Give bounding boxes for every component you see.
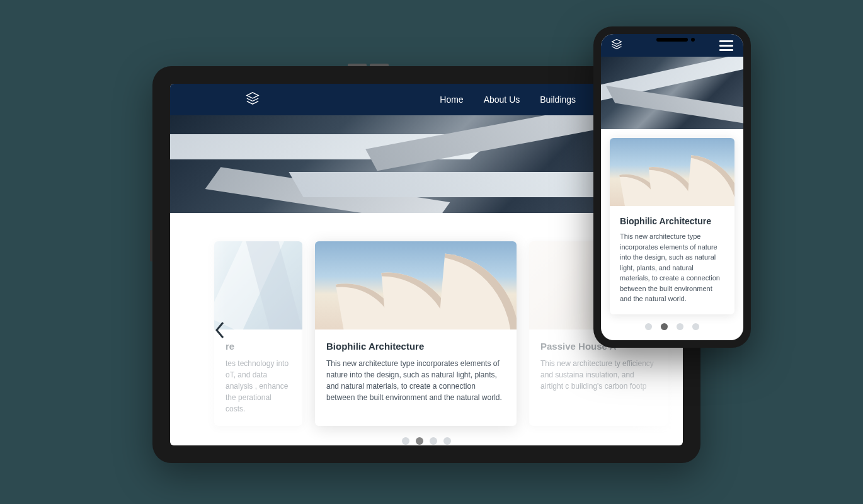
phone-hero-image: [601, 57, 743, 129]
carousel-pagination: [170, 437, 683, 445]
nav-home[interactable]: Home: [440, 94, 463, 105]
carousel-prev-button[interactable]: [214, 320, 227, 343]
svg-marker-1: [612, 40, 622, 45]
carousel-dot-1[interactable]: [645, 323, 652, 330]
hamburger-menu-icon[interactable]: [719, 40, 733, 51]
tablet-top-button-1: [348, 64, 367, 66]
carousel-dot-3[interactable]: [430, 437, 437, 445]
card-title: Biophilic Architecture: [620, 216, 724, 226]
carousel-dot-3[interactable]: [677, 323, 683, 330]
carousel-card-prev[interactable]: re tes technology into oT, and data anal…: [214, 241, 302, 426]
carousel-dot-2[interactable]: [416, 437, 423, 445]
nav-about[interactable]: About Us: [484, 94, 520, 105]
phone-device: Biophilic Architecture This new architec…: [593, 26, 751, 348]
carousel-card-active[interactable]: Biophilic Architecture This new architec…: [315, 241, 517, 426]
phone-carousel-pagination: [610, 323, 734, 330]
carousel-dot-1[interactable]: [402, 437, 409, 445]
tablet-nav-links: Home About Us Buildings Co: [440, 94, 607, 105]
phone-screen: Biophilic Architecture This new architec…: [601, 34, 743, 340]
card-description: This new architecture ty efficiency and …: [540, 358, 656, 392]
phone-carousel: Biophilic Architecture This new architec…: [601, 129, 743, 339]
carousel-dot-2[interactable]: [661, 323, 668, 330]
card-title: Biophilic Architecture: [326, 341, 505, 352]
phone-speaker: [656, 38, 688, 42]
tablet-side-button: [150, 230, 152, 261]
card-description: This new architecture type incorporates …: [326, 358, 505, 403]
card-title: re: [226, 341, 291, 352]
carousel-dot-4[interactable]: [443, 437, 451, 445]
card-image: [610, 138, 734, 206]
nav-buildings[interactable]: Buildings: [540, 94, 576, 105]
carousel-card-active[interactable]: Biophilic Architecture This new architec…: [610, 138, 734, 314]
card-image: [315, 241, 517, 329]
card-image: [214, 241, 302, 329]
logo-icon[interactable]: [246, 91, 260, 108]
phone-camera: [691, 38, 695, 42]
card-description: This new architecture type incorporates …: [620, 231, 724, 304]
svg-marker-0: [247, 92, 258, 98]
carousel-dot-4[interactable]: [692, 323, 699, 330]
card-description: tes technology into oT, and data analysi…: [226, 358, 291, 415]
tablet-top-button-2: [370, 64, 389, 66]
logo-icon[interactable]: [611, 38, 622, 52]
